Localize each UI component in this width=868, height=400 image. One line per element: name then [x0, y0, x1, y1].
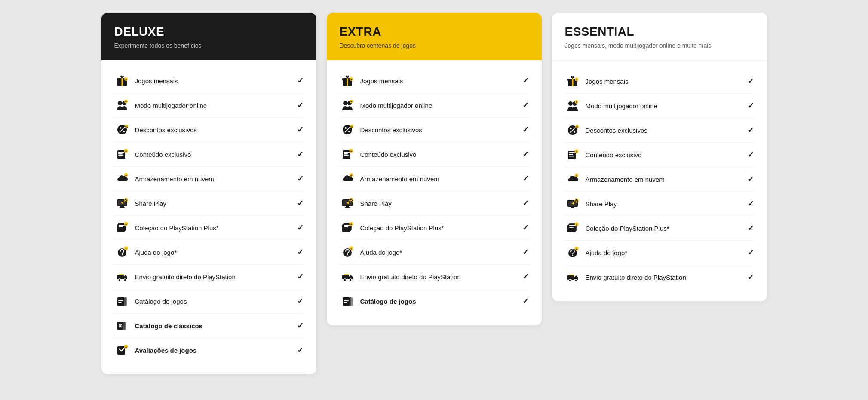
feature-check: ✓	[522, 272, 529, 281]
svg-rect-30	[119, 225, 125, 226]
svg-rect-105	[572, 79, 573, 86]
feature-label: Catálogo de clássicos	[135, 322, 294, 330]
svg-text:⊞: ⊞	[118, 324, 122, 328]
svg-point-138	[572, 255, 573, 256]
feature-row: + Ajuda do jogo*✓	[114, 240, 304, 265]
svg-text:+: +	[125, 346, 126, 349]
svg-point-113	[570, 128, 572, 129]
feature-row: + Ajuda do jogo*✓	[565, 241, 754, 265]
card-header-extra: EXTRADescubra centenas de jogos	[327, 13, 542, 60]
svg-text:+: +	[350, 223, 352, 226]
svg-rect-101	[350, 297, 351, 306]
feature-check: ✓	[748, 101, 754, 110]
feature-check: ✓	[297, 125, 304, 134]
feature-row: + Coleção do PlayStation Plus*✓	[565, 216, 754, 241]
feature-label: Coleção do PlayStation Plus*	[135, 224, 294, 232]
feature-label: Jogos mensais	[135, 77, 294, 85]
feature-row: % Descontos exclusivos✓	[340, 118, 529, 142]
feature-label: Envio gratuito direto do PlayStation	[360, 273, 519, 281]
feature-check: ✓	[522, 174, 529, 183]
feature-row: Envio gratuito direto do PlayStation✓	[565, 265, 754, 289]
feature-check: ✓	[522, 296, 529, 306]
feature-label: Conteúdo exclusivo	[360, 151, 519, 158]
svg-text:%: %	[350, 125, 353, 128]
svg-point-65	[345, 127, 347, 129]
svg-text:+: +	[575, 150, 577, 153]
feature-row: ⊞ Catálogo de clássicos✓	[114, 314, 304, 338]
svg-point-60	[343, 101, 347, 105]
card-title-extra: EXTRA	[340, 25, 529, 39]
shareplay-icon	[114, 195, 130, 211]
feature-check: ✓	[522, 150, 529, 159]
feature-row: + Jogos mensais✓	[114, 69, 304, 93]
svg-text:+: +	[350, 174, 352, 177]
feature-check: ✓	[297, 150, 304, 159]
feature-check: ✓	[522, 125, 529, 134]
svg-rect-79	[346, 206, 349, 207]
collection-icon: +	[340, 220, 355, 235]
gamehelp-icon: +	[340, 244, 355, 260]
discount-icon: %	[340, 122, 355, 137]
svg-rect-118	[569, 152, 575, 153]
feature-label: Conteúdo exclusivo	[586, 151, 744, 159]
svg-rect-41	[119, 274, 124, 275]
svg-text:+: +	[125, 78, 126, 81]
svg-text:+: +	[125, 223, 126, 226]
feature-row: + Avaliações de jogos✓	[114, 338, 304, 362]
feature-row: % Descontos exclusivos✓	[114, 118, 304, 142]
feature-label: Envio gratuito direto do PlayStation	[135, 273, 294, 281]
catalog-icon	[340, 293, 355, 309]
gift-icon: +	[565, 73, 580, 89]
feature-row: Catálogo de jogos✓	[114, 289, 304, 314]
feature-label: Conteúdo exclusivo	[135, 151, 294, 158]
svg-rect-25	[120, 207, 125, 208]
gift-icon: +	[340, 73, 355, 89]
svg-text:+: +	[350, 78, 352, 81]
svg-rect-86	[344, 226, 348, 227]
discount-icon: %	[565, 122, 580, 138]
feature-check: ✓	[297, 198, 304, 208]
svg-point-35	[121, 254, 122, 255]
card-subtitle-extra: Descubra centenas de jogos	[340, 42, 529, 49]
card-header-essential: ESSENTIALJogos mensais, modo multijogado…	[552, 13, 767, 61]
svg-point-95	[349, 279, 352, 281]
svg-point-66	[348, 131, 350, 132]
feature-check: ✓	[297, 345, 304, 355]
svg-rect-24	[120, 206, 124, 207]
feature-row: Modo multijogador online✓	[565, 94, 754, 118]
gamehelp-icon: +	[565, 245, 580, 260]
svg-text:%: %	[125, 125, 128, 128]
feature-check: ✓	[522, 223, 529, 232]
feature-check: ✓	[297, 174, 304, 183]
svg-rect-102	[351, 297, 353, 306]
svg-rect-47	[126, 297, 127, 306]
feature-label: Ajuda do jogo*	[586, 249, 744, 256]
card-subtitle-deluxe: Experimente todos os benefícios	[114, 42, 304, 49]
svg-rect-98	[344, 299, 349, 299]
card-subtitle-essential: Jogos mensais, modo multijogador online …	[565, 42, 754, 49]
svg-text:+: +	[575, 174, 577, 177]
feature-row: + Armazenamento em nuvem✓	[340, 167, 529, 191]
svg-rect-17	[118, 155, 123, 156]
feature-label: Coleção do PlayStation Plus*	[360, 224, 519, 232]
card-essential: ESSENTIALJogos mensais, modo multijogado…	[552, 13, 767, 301]
svg-rect-134	[569, 227, 574, 228]
card-extra: EXTRADescubra centenas de jogos + Jogos …	[327, 13, 542, 325]
cloud-icon: +	[114, 171, 130, 186]
card-body-deluxe: + Jogos mensais✓ Modo multijogador onlin…	[101, 60, 316, 374]
feature-row: Share Play✓	[340, 191, 529, 216]
shareplay-icon	[565, 196, 580, 211]
feature-row: + Conteúdo exclusivo✓	[114, 142, 304, 167]
svg-rect-85	[344, 225, 350, 226]
svg-rect-141	[567, 275, 574, 280]
feature-label: Avaliações de jogos	[135, 347, 294, 354]
svg-rect-70	[344, 152, 350, 153]
feature-check: ✓	[297, 247, 304, 257]
feature-label: Coleção do PlayStation Plus*	[586, 225, 744, 232]
feature-check: ✓	[297, 76, 304, 85]
feature-row: % Descontos exclusivos✓	[565, 118, 754, 143]
svg-point-143	[574, 279, 577, 282]
svg-point-11	[123, 131, 125, 132]
feature-row: + Armazenamento em nuvem✓	[565, 167, 754, 192]
card-header-deluxe: DELUXEExperimente todos os benefícios	[101, 13, 316, 60]
